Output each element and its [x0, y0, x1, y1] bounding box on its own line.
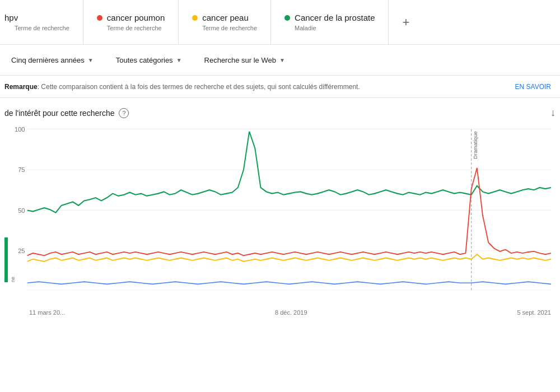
search-term-dot-cancer-prostate — [284, 15, 290, 21]
x-label-1: 11 mars 20... — [29, 309, 65, 316]
blue-line-hpv — [27, 282, 551, 284]
trend-chart: 100 75 50 25 Dramatique — [4, 123, 551, 308]
search-term-item-cancer-prostate[interactable]: Cancer de la prostate Maladie — [271, 0, 389, 44]
svg-text:50: 50 — [18, 207, 25, 213]
filter-category[interactable]: Toutes catégories ▼ — [105, 52, 193, 69]
filter-time-label: Cinq dernières années — [11, 56, 85, 64]
filter-category-label: Toutes catégories — [116, 56, 173, 64]
x-label-2: 8 déc. 2019 — [275, 309, 307, 316]
red-line-cancer-poumon — [27, 168, 551, 255]
search-term-name-cancer-prostate: Cancer de la prostate — [295, 13, 375, 22]
filter-platform-label: Recherche sur le Web — [204, 56, 276, 64]
en-savoir-link[interactable]: EN SAVOIR — [515, 83, 556, 91]
svg-text:Dramatique: Dramatique — [473, 131, 478, 158]
search-term-name-cancer-peau: cancer peau — [202, 13, 249, 22]
search-term-name-cancer-poumon: cancer poumon — [107, 13, 165, 22]
search-term-label-hpv: hpv — [4, 13, 69, 22]
search-term-dot-cancer-poumon — [97, 15, 102, 21]
search-term-dot-cancer-peau — [192, 15, 198, 21]
filter-platform[interactable]: Recherche sur le Web ▼ — [193, 52, 296, 69]
note-body: : Cette comparaison contient à la fois d… — [38, 83, 360, 91]
search-term-item-hpv[interactable]: hpv Terme de recherche — [0, 0, 83, 44]
download-button[interactable]: ↓ — [550, 107, 556, 119]
chart-title: de l'intérêt pour cette recherche — [4, 109, 114, 118]
x-label-3: 5 sept. 2021 — [517, 309, 551, 316]
search-term-item-cancer-poumon[interactable]: cancer poumon Terme de recherche — [83, 0, 179, 44]
yellow-line-cancer-peau — [27, 254, 551, 262]
x-axis-labels: 11 mars 20... 8 déc. 2019 5 sept. 2021 — [4, 308, 551, 316]
filter-time-chevron: ▼ — [88, 57, 94, 63]
svg-text:75: 75 — [18, 166, 25, 173]
search-term-name-hpv: hpv — [4, 13, 18, 22]
search-term-type-cancer-poumon: Terme de recherche — [97, 25, 165, 31]
filter-platform-chevron: ▼ — [279, 57, 285, 63]
chart-wrapper: ne 100 75 50 25 Dramatique — [4, 123, 556, 316]
note-text: Remarque: Cette comparaison contient à l… — [4, 83, 515, 91]
filter-category-chevron: ▼ — [176, 57, 182, 63]
svg-text:100: 100 — [15, 126, 25, 133]
chart-section: de l'intérêt pour cette recherche ? ↓ ne… — [0, 98, 560, 316]
search-term-item-cancer-peau[interactable]: cancer peau Terme de recherche — [179, 0, 271, 44]
note-bar: Remarque: Cette comparaison contient à l… — [0, 76, 560, 98]
search-term-label-cancer-prostate: Cancer de la prostate — [284, 13, 375, 22]
help-icon[interactable]: ? — [119, 108, 129, 118]
filter-bar: Cinq dernières années ▼ Toutes catégorie… — [0, 45, 560, 76]
chart-header: de l'intérêt pour cette recherche ? ↓ — [4, 98, 556, 123]
search-term-type-cancer-prostate: Maladie — [284, 25, 375, 31]
chart-container: 100 75 50 25 Dramatique — [4, 123, 551, 308]
search-term-type-hpv: Terme de recherche — [4, 25, 69, 31]
search-term-label-cancer-peau: cancer peau — [192, 13, 257, 22]
svg-text:25: 25 — [18, 248, 25, 254]
search-term-label-cancer-poumon: cancer poumon — [97, 13, 165, 22]
search-terms-bar: hpv Terme de recherche cancer poumon Ter… — [0, 0, 560, 45]
filter-time[interactable]: Cinq dernières années ▼ — [0, 52, 105, 69]
search-term-type-cancer-peau: Terme de recherche — [192, 25, 257, 31]
note-prefix: Remarque — [4, 83, 38, 91]
add-term-button[interactable]: + — [389, 0, 423, 44]
